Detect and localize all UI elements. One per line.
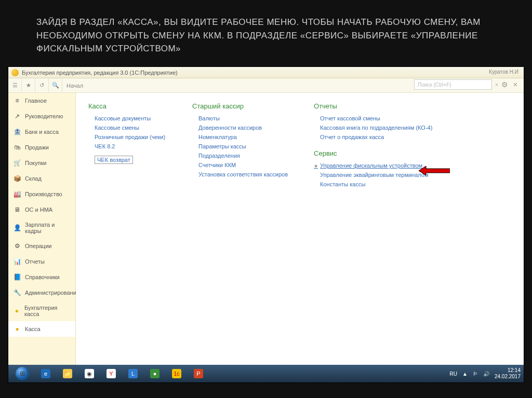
sidebar-item-bank[interactable]: 🏦Банк и касса: [8, 124, 75, 140]
sidebar-item-accounting-kassa[interactable]: ●Бухгалтерия касса: [8, 300, 75, 321]
wrench-icon: 🔧: [14, 289, 21, 296]
link-sales-report[interactable]: Отчет о продажах касса: [320, 134, 432, 140]
window-title: Бухгалтерия предприятия, редакция 3.0 (1…: [22, 70, 178, 76]
user-badge: Куратов Н.И: [489, 69, 518, 75]
content-area: Касса Кассовые документы Кассовые смены …: [76, 93, 524, 381]
person-icon: 👤: [14, 224, 21, 231]
sidebar-item-operations[interactable]: ⚙Операции: [8, 238, 75, 254]
windows-icon: ⊞: [16, 367, 29, 380]
gear-icon: ⚙: [14, 242, 21, 250]
sidebar-item-purchases[interactable]: 🛒Покупки: [8, 155, 75, 171]
link-check-82[interactable]: ЧЕК 8.2: [95, 143, 166, 149]
breadcrumb[interactable]: Начал: [62, 78, 87, 92]
taskbar: ⊞ e 📁 ◉ Y L ● 1c P RU ▲ 🏳 🔊 12:14 24.02.…: [8, 365, 524, 382]
bars-icon: 📊: [14, 258, 21, 265]
link-check-return[interactable]: ЧЕК возврат: [95, 156, 133, 164]
taskbar-powerpoint[interactable]: P: [188, 366, 209, 381]
column-title: Старший кассир: [192, 102, 288, 110]
menu-icon[interactable]: ☰: [8, 78, 22, 92]
link-kassa-constants[interactable]: Константы кассы: [320, 181, 432, 187]
circle-icon: ●: [14, 325, 21, 333]
sidebar-item-reports[interactable]: 📊Отчеты: [8, 254, 75, 269]
sidebar-item-os[interactable]: 🖥ОС и НМА: [8, 202, 75, 217]
link-kassa-docs[interactable]: Кассовые документы: [95, 115, 166, 121]
link-acquiring-terminal[interactable]: Управление эквайринговым терминалом: [320, 172, 432, 178]
link-kkm-counters[interactable]: Счетчики ККМ: [198, 162, 288, 168]
bank-icon: 🏦: [14, 128, 21, 135]
search-dropdown-icon[interactable]: ×: [495, 82, 498, 88]
chart-icon: ↗: [14, 113, 21, 120]
sidebar-item-main[interactable]: ≡Главное: [8, 93, 75, 108]
bag-icon: 🛍: [14, 144, 21, 151]
link-kassa-params[interactable]: Параметры кассы: [198, 143, 288, 149]
sidebar-item-refs[interactable]: 📘Справочники: [8, 269, 75, 285]
taskbar-yandex[interactable]: Y: [101, 366, 122, 381]
sidebar-item-label: Покупки: [25, 160, 46, 166]
highlight-arrow: [419, 166, 450, 175]
column-title: Касса: [88, 102, 166, 110]
tray-icon[interactable]: 🔊: [483, 371, 489, 377]
circle-icon: ●: [14, 307, 20, 314]
tray-icon[interactable]: ▲: [462, 371, 468, 377]
sidebar-item-production[interactable]: 🏭Производство: [8, 186, 75, 202]
taskbar-app1[interactable]: L: [123, 366, 143, 381]
link-shift-report[interactable]: Отчет кассовой смены: [320, 115, 432, 121]
taskbar-app2[interactable]: ●: [144, 366, 165, 381]
lang-indicator[interactable]: RU: [450, 371, 457, 377]
sidebar-item-label: Операции: [25, 243, 51, 249]
taskbar-1c[interactable]: 1c: [166, 366, 187, 381]
start-button[interactable]: ⊞: [10, 366, 34, 381]
slide-title: ЗАЙДЯ В РАЗДЕЛ «КАССА», ВЫ ВИДИТЕ РАБОЧЕ…: [0, 0, 532, 61]
menu-icon: ≡: [14, 97, 21, 104]
time: 12:14: [495, 367, 521, 374]
sidebar-item-label: Склад: [25, 175, 42, 182]
sidebar-item-sales[interactable]: 🛍Продажи: [8, 140, 75, 155]
app-icon: [11, 69, 19, 76]
column-reports-service: Отчеты Отчет кассовой смены Кассовая кни…: [314, 102, 432, 372]
sidebar-item-stock[interactable]: 📦Склад: [8, 171, 75, 186]
search-input[interactable]: Поиск (Ctrl+F): [414, 79, 492, 90]
svg-marker-0: [419, 166, 450, 175]
sidebar-item-salary[interactable]: 👤Зарплата и кадры: [8, 217, 75, 238]
search-icon[interactable]: 🔍: [49, 78, 62, 92]
sidebar-item-label: ОС и НМА: [25, 207, 52, 213]
sidebar-item-label: Бухгалтерия касса: [24, 305, 70, 317]
box-icon: 📦: [14, 175, 21, 182]
taskbar-chrome[interactable]: ◉: [79, 366, 100, 381]
date: 24.02.2017: [495, 374, 521, 380]
sidebar-item-label: Продажи: [25, 144, 49, 150]
sidebar-item-label: Администрирование: [25, 290, 79, 296]
sidebar: ≡Главное ↗Руководителю 🏦Банк и касса 🛍Пр…: [8, 93, 76, 381]
app-window: Бухгалтерия предприятия, редакция 3.0 (1…: [8, 66, 524, 383]
sidebar-item-label: Производство: [25, 191, 62, 197]
sidebar-item-label: Касса: [25, 326, 41, 332]
tray-icon[interactable]: 🏳: [473, 371, 478, 377]
sidebar-item-label: Справочники: [25, 274, 60, 280]
sidebar-item-label: Руководителю: [25, 113, 63, 119]
history-icon[interactable]: ↺: [35, 78, 49, 92]
link-cash-book[interactable]: Кассовая книга по подразделениям (КО-4): [320, 125, 432, 131]
link-nomenclature[interactable]: Номенклатура: [198, 134, 288, 140]
close-icon[interactable]: ×: [511, 80, 520, 89]
column-title-service: Сервис: [314, 149, 432, 157]
sidebar-item-label: Отчеты: [25, 258, 45, 265]
link-retail-sales[interactable]: Розничные продажи (чеки): [95, 134, 166, 140]
sidebar-item-kassa[interactable]: ●Касса: [8, 321, 75, 337]
link-powers-of-attorney[interactable]: Доверенности кассиров: [198, 125, 288, 131]
link-fiscal-device[interactable]: Управление фискальным устройством: [320, 162, 432, 169]
taskbar-ie[interactable]: e: [35, 366, 56, 381]
taskbar-tray: RU ▲ 🏳 🔊 12:14 24.02.2017: [450, 367, 521, 380]
link-kassa-shifts[interactable]: Кассовые смены: [95, 125, 166, 131]
link-currencies[interactable]: Валюты: [198, 115, 288, 121]
taskbar-explorer[interactable]: 📁: [57, 366, 78, 381]
cart-icon: 🛒: [14, 159, 21, 167]
column-title-reports: Отчеты: [314, 102, 432, 110]
sidebar-item-manager[interactable]: ↗Руководителю: [8, 108, 75, 124]
column-senior-cashier: Старший кассир Валюты Доверенности касси…: [192, 102, 288, 372]
link-departments[interactable]: Подразделения: [198, 153, 288, 159]
clock[interactable]: 12:14 24.02.2017: [495, 367, 521, 380]
gear-icon[interactable]: ⚙: [501, 80, 508, 89]
link-cashier-mapping[interactable]: Установка соответствия кассиров: [198, 171, 288, 177]
star-icon[interactable]: ★: [22, 78, 35, 92]
sidebar-item-admin[interactable]: 🔧Администрирование: [8, 285, 75, 300]
